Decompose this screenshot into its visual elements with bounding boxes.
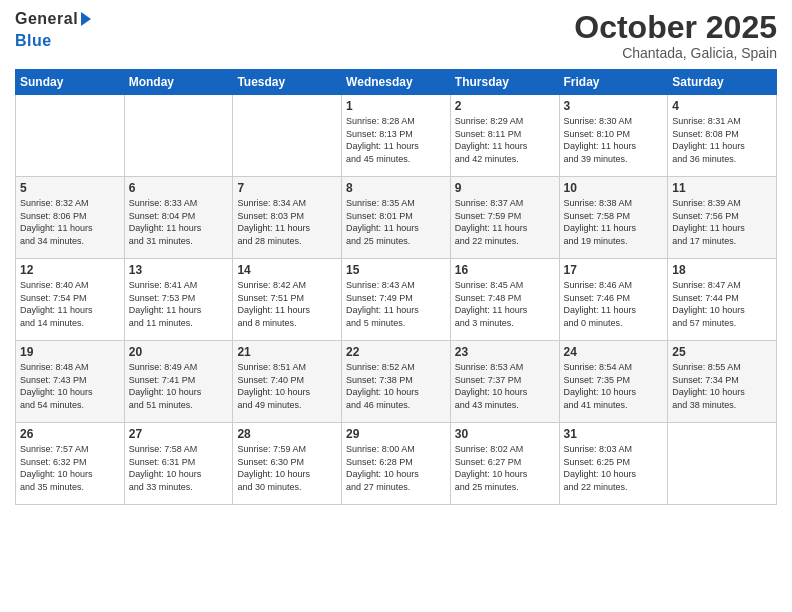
day-info: Sunrise: 8:40 AM Sunset: 7:54 PM Dayligh… bbox=[20, 279, 120, 329]
day-info: Sunrise: 8:35 AM Sunset: 8:01 PM Dayligh… bbox=[346, 197, 446, 247]
calendar-header: Sunday Monday Tuesday Wednesday Thursday… bbox=[16, 70, 777, 95]
day-number: 4 bbox=[672, 99, 772, 113]
month-title: October 2025 bbox=[574, 10, 777, 45]
day-number: 23 bbox=[455, 345, 555, 359]
day-info: Sunrise: 8:51 AM Sunset: 7:40 PM Dayligh… bbox=[237, 361, 337, 411]
day-number: 29 bbox=[346, 427, 446, 441]
day-number: 8 bbox=[346, 181, 446, 195]
day-number: 18 bbox=[672, 263, 772, 277]
cell-1-6: 11Sunrise: 8:39 AM Sunset: 7:56 PM Dayli… bbox=[668, 177, 777, 259]
day-info: Sunrise: 8:54 AM Sunset: 7:35 PM Dayligh… bbox=[564, 361, 664, 411]
subtitle: Chantada, Galicia, Spain bbox=[574, 45, 777, 61]
day-info: Sunrise: 8:47 AM Sunset: 7:44 PM Dayligh… bbox=[672, 279, 772, 329]
day-info: Sunrise: 8:48 AM Sunset: 7:43 PM Dayligh… bbox=[20, 361, 120, 411]
day-info: Sunrise: 8:45 AM Sunset: 7:48 PM Dayligh… bbox=[455, 279, 555, 329]
cell-3-1: 20Sunrise: 8:49 AM Sunset: 7:41 PM Dayli… bbox=[124, 341, 233, 423]
cell-4-1: 27Sunrise: 7:58 AM Sunset: 6:31 PM Dayli… bbox=[124, 423, 233, 505]
day-number: 20 bbox=[129, 345, 229, 359]
page: GeneralBlue October 2025 Chantada, Galic… bbox=[0, 0, 792, 612]
cell-2-4: 16Sunrise: 8:45 AM Sunset: 7:48 PM Dayli… bbox=[450, 259, 559, 341]
cell-1-3: 8Sunrise: 8:35 AM Sunset: 8:01 PM Daylig… bbox=[342, 177, 451, 259]
day-info: Sunrise: 8:52 AM Sunset: 7:38 PM Dayligh… bbox=[346, 361, 446, 411]
logo-general: General bbox=[15, 10, 78, 28]
day-info: Sunrise: 8:38 AM Sunset: 7:58 PM Dayligh… bbox=[564, 197, 664, 247]
day-number: 1 bbox=[346, 99, 446, 113]
cell-4-5: 31Sunrise: 8:03 AM Sunset: 6:25 PM Dayli… bbox=[559, 423, 668, 505]
day-number: 6 bbox=[129, 181, 229, 195]
cell-1-2: 7Sunrise: 8:34 AM Sunset: 8:03 PM Daylig… bbox=[233, 177, 342, 259]
day-number: 26 bbox=[20, 427, 120, 441]
day-number: 28 bbox=[237, 427, 337, 441]
day-number: 16 bbox=[455, 263, 555, 277]
day-info: Sunrise: 8:41 AM Sunset: 7:53 PM Dayligh… bbox=[129, 279, 229, 329]
cell-0-2 bbox=[233, 95, 342, 177]
day-info: Sunrise: 8:29 AM Sunset: 8:11 PM Dayligh… bbox=[455, 115, 555, 165]
day-number: 17 bbox=[564, 263, 664, 277]
day-number: 19 bbox=[20, 345, 120, 359]
day-number: 9 bbox=[455, 181, 555, 195]
day-info: Sunrise: 8:43 AM Sunset: 7:49 PM Dayligh… bbox=[346, 279, 446, 329]
day-info: Sunrise: 8:32 AM Sunset: 8:06 PM Dayligh… bbox=[20, 197, 120, 247]
cell-0-3: 1Sunrise: 8:28 AM Sunset: 8:13 PM Daylig… bbox=[342, 95, 451, 177]
logo: GeneralBlue bbox=[15, 10, 91, 49]
day-number: 22 bbox=[346, 345, 446, 359]
cell-4-0: 26Sunrise: 7:57 AM Sunset: 6:32 PM Dayli… bbox=[16, 423, 125, 505]
cell-0-0 bbox=[16, 95, 125, 177]
day-number: 21 bbox=[237, 345, 337, 359]
cell-2-5: 17Sunrise: 8:46 AM Sunset: 7:46 PM Dayli… bbox=[559, 259, 668, 341]
day-number: 14 bbox=[237, 263, 337, 277]
day-info: Sunrise: 8:00 AM Sunset: 6:28 PM Dayligh… bbox=[346, 443, 446, 493]
cell-2-2: 14Sunrise: 8:42 AM Sunset: 7:51 PM Dayli… bbox=[233, 259, 342, 341]
col-wednesday: Wednesday bbox=[342, 70, 451, 95]
day-number: 7 bbox=[237, 181, 337, 195]
col-sunday: Sunday bbox=[16, 70, 125, 95]
day-info: Sunrise: 8:34 AM Sunset: 8:03 PM Dayligh… bbox=[237, 197, 337, 247]
logo-arrow-icon bbox=[81, 12, 91, 26]
day-info: Sunrise: 8:02 AM Sunset: 6:27 PM Dayligh… bbox=[455, 443, 555, 493]
day-number: 13 bbox=[129, 263, 229, 277]
header-row: Sunday Monday Tuesday Wednesday Thursday… bbox=[16, 70, 777, 95]
day-info: Sunrise: 8:42 AM Sunset: 7:51 PM Dayligh… bbox=[237, 279, 337, 329]
col-monday: Monday bbox=[124, 70, 233, 95]
day-info: Sunrise: 8:53 AM Sunset: 7:37 PM Dayligh… bbox=[455, 361, 555, 411]
cell-1-0: 5Sunrise: 8:32 AM Sunset: 8:06 PM Daylig… bbox=[16, 177, 125, 259]
cell-1-4: 9Sunrise: 8:37 AM Sunset: 7:59 PM Daylig… bbox=[450, 177, 559, 259]
day-info: Sunrise: 8:28 AM Sunset: 8:13 PM Dayligh… bbox=[346, 115, 446, 165]
day-info: Sunrise: 8:55 AM Sunset: 7:34 PM Dayligh… bbox=[672, 361, 772, 411]
cell-1-1: 6Sunrise: 8:33 AM Sunset: 8:04 PM Daylig… bbox=[124, 177, 233, 259]
cell-3-2: 21Sunrise: 8:51 AM Sunset: 7:40 PM Dayli… bbox=[233, 341, 342, 423]
calendar-body: 1Sunrise: 8:28 AM Sunset: 8:13 PM Daylig… bbox=[16, 95, 777, 505]
day-number: 5 bbox=[20, 181, 120, 195]
day-number: 10 bbox=[564, 181, 664, 195]
week-row-2: 12Sunrise: 8:40 AM Sunset: 7:54 PM Dayli… bbox=[16, 259, 777, 341]
day-number: 2 bbox=[455, 99, 555, 113]
day-number: 31 bbox=[564, 427, 664, 441]
cell-4-6 bbox=[668, 423, 777, 505]
cell-0-6: 4Sunrise: 8:31 AM Sunset: 8:08 PM Daylig… bbox=[668, 95, 777, 177]
cell-0-5: 3Sunrise: 8:30 AM Sunset: 8:10 PM Daylig… bbox=[559, 95, 668, 177]
day-info: Sunrise: 8:03 AM Sunset: 6:25 PM Dayligh… bbox=[564, 443, 664, 493]
day-info: Sunrise: 7:59 AM Sunset: 6:30 PM Dayligh… bbox=[237, 443, 337, 493]
col-friday: Friday bbox=[559, 70, 668, 95]
cell-2-1: 13Sunrise: 8:41 AM Sunset: 7:53 PM Dayli… bbox=[124, 259, 233, 341]
calendar-table: Sunday Monday Tuesday Wednesday Thursday… bbox=[15, 69, 777, 505]
col-tuesday: Tuesday bbox=[233, 70, 342, 95]
day-info: Sunrise: 8:39 AM Sunset: 7:56 PM Dayligh… bbox=[672, 197, 772, 247]
cell-3-0: 19Sunrise: 8:48 AM Sunset: 7:43 PM Dayli… bbox=[16, 341, 125, 423]
day-number: 24 bbox=[564, 345, 664, 359]
logo-blue: Blue bbox=[15, 32, 52, 50]
day-number: 11 bbox=[672, 181, 772, 195]
cell-1-5: 10Sunrise: 8:38 AM Sunset: 7:58 PM Dayli… bbox=[559, 177, 668, 259]
header: GeneralBlue October 2025 Chantada, Galic… bbox=[15, 10, 777, 61]
day-info: Sunrise: 7:57 AM Sunset: 6:32 PM Dayligh… bbox=[20, 443, 120, 493]
day-number: 30 bbox=[455, 427, 555, 441]
cell-4-2: 28Sunrise: 7:59 AM Sunset: 6:30 PM Dayli… bbox=[233, 423, 342, 505]
day-info: Sunrise: 8:31 AM Sunset: 8:08 PM Dayligh… bbox=[672, 115, 772, 165]
cell-4-4: 30Sunrise: 8:02 AM Sunset: 6:27 PM Dayli… bbox=[450, 423, 559, 505]
day-info: Sunrise: 8:49 AM Sunset: 7:41 PM Dayligh… bbox=[129, 361, 229, 411]
col-thursday: Thursday bbox=[450, 70, 559, 95]
week-row-3: 19Sunrise: 8:48 AM Sunset: 7:43 PM Dayli… bbox=[16, 341, 777, 423]
cell-3-5: 24Sunrise: 8:54 AM Sunset: 7:35 PM Dayli… bbox=[559, 341, 668, 423]
cell-3-4: 23Sunrise: 8:53 AM Sunset: 7:37 PM Dayli… bbox=[450, 341, 559, 423]
cell-2-6: 18Sunrise: 8:47 AM Sunset: 7:44 PM Dayli… bbox=[668, 259, 777, 341]
